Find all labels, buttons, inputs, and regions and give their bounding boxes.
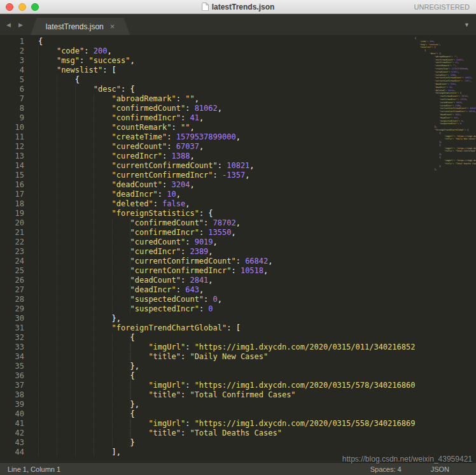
code-line: "curedCount": 9019, bbox=[29, 238, 476, 247]
tab-label: latestTrends.json bbox=[46, 22, 104, 31]
code-line: "curedCount": 67037, bbox=[29, 142, 476, 152]
syntax-selector[interactable]: JSON bbox=[431, 465, 449, 473]
status-right-group: Spaces: 4 JSON bbox=[370, 465, 476, 473]
line-number: 2 bbox=[0, 46, 29, 56]
close-window-button[interactable] bbox=[6, 3, 13, 11]
line-number: 38 bbox=[0, 390, 29, 400]
line-number: 34 bbox=[0, 352, 29, 362]
code-line: "title": "Total Confirmed Cases" bbox=[29, 390, 476, 400]
line-number: 16 bbox=[0, 180, 29, 190]
line-number: 36 bbox=[0, 371, 29, 381]
tab-bar: ◀ ▶ latestTrends.json × ▼ bbox=[0, 14, 476, 35]
code-line: "title": "Daily New Cases" bbox=[29, 352, 476, 362]
line-number: 19 bbox=[0, 209, 29, 218]
code-line: "title": "Total Deaths Cases" bbox=[29, 429, 476, 438]
line-number: 30 bbox=[0, 314, 29, 323]
code-line: "createTime": 1579537899000, bbox=[29, 132, 476, 142]
line-number: 8 bbox=[0, 104, 29, 113]
line-number: 40 bbox=[0, 409, 29, 419]
line-number: 6 bbox=[0, 85, 29, 94]
line-number: 20 bbox=[0, 218, 29, 228]
titlebar[interactable]: latestTrends.json UNREGISTERED bbox=[0, 0, 476, 14]
line-number: 41 bbox=[0, 419, 29, 429]
line-number-gutter[interactable]: 1234567891011121314151617181920212223242… bbox=[0, 35, 29, 462]
code-line: "confirmedCount": 81062, bbox=[29, 104, 476, 113]
line-number: 35 bbox=[0, 362, 29, 371]
status-bar: Line 1, Column 1 Spaces: 4 JSON bbox=[0, 462, 476, 475]
code-line: "currentConfirmedCount": 10821, bbox=[29, 161, 476, 171]
line-number: 5 bbox=[0, 75, 29, 85]
tab-close-icon[interactable]: × bbox=[110, 22, 115, 31]
code-line: "imgUrl": "https://img1.dxycdn.com/2020/… bbox=[29, 343, 476, 352]
line-number: 17 bbox=[0, 190, 29, 199]
line-number: 26 bbox=[0, 276, 29, 285]
code-line: { bbox=[29, 37, 476, 46]
minimize-window-button[interactable] bbox=[18, 3, 26, 11]
line-number: 43 bbox=[0, 438, 29, 448]
sublime-window: latestTrends.json UNREGISTERED ◀ ▶ lates… bbox=[0, 0, 476, 475]
line-number: 22 bbox=[0, 238, 29, 247]
code-line: { bbox=[29, 75, 476, 85]
code-line: } bbox=[29, 438, 476, 448]
indentation-setting[interactable]: Spaces: 4 bbox=[370, 465, 402, 473]
code-line: }, bbox=[29, 362, 476, 371]
code-line: "currentConfirmedIncr": 10518, bbox=[29, 266, 476, 276]
code-line: "abroadRemark": "", bbox=[29, 94, 476, 104]
line-number: 21 bbox=[0, 228, 29, 238]
code-line: "imgUrl": "https://img1.dxycdn.com/2020/… bbox=[29, 381, 476, 390]
line-number: 15 bbox=[0, 171, 29, 180]
code-line: "countRemark": "", bbox=[29, 123, 476, 132]
line-number: 28 bbox=[0, 295, 29, 304]
registration-status: UNREGISTERED bbox=[414, 3, 470, 11]
traffic-lights bbox=[0, 3, 39, 11]
line-number: 32 bbox=[0, 333, 29, 343]
line-number: 1 bbox=[0, 37, 29, 46]
tab-latesttrends-json[interactable]: latestTrends.json × bbox=[31, 18, 130, 35]
history-forward-icon[interactable]: ▶ bbox=[18, 22, 23, 28]
code-area[interactable]: { "code": 200, "msg": "success", "newsli… bbox=[29, 35, 476, 462]
line-number: 24 bbox=[0, 257, 29, 266]
minimap[interactable]: { "code": 200, "msg": "success", "newsli… bbox=[415, 35, 476, 462]
line-number: 25 bbox=[0, 266, 29, 276]
code-line: ], bbox=[29, 448, 476, 457]
line-number: 23 bbox=[0, 247, 29, 257]
window-title-group: latestTrends.json bbox=[0, 0, 476, 13]
history-nav: ◀ ▶ bbox=[0, 14, 31, 35]
line-number: 7 bbox=[0, 94, 29, 104]
line-number: 14 bbox=[0, 161, 29, 171]
code-line: "currentConfirmedCount": 66842, bbox=[29, 257, 476, 266]
line-number: 39 bbox=[0, 400, 29, 409]
code-line: "confirmedIncr": 41, bbox=[29, 113, 476, 123]
line-number: 3 bbox=[0, 56, 29, 66]
line-number: 10 bbox=[0, 123, 29, 132]
code-line: { bbox=[29, 371, 476, 381]
code-line: { bbox=[29, 409, 476, 419]
code-line: }, bbox=[29, 400, 476, 409]
code-line: "curedIncr": 1388, bbox=[29, 152, 476, 161]
line-number: 4 bbox=[0, 66, 29, 75]
line-number: 42 bbox=[0, 429, 29, 438]
code-line: "deadIncr": 643, bbox=[29, 285, 476, 295]
window-title: latestTrends.json bbox=[212, 3, 275, 11]
line-number: 11 bbox=[0, 132, 29, 142]
history-back-icon[interactable]: ◀ bbox=[6, 22, 11, 28]
code-line: "newslist": [ bbox=[29, 66, 476, 75]
code-line: "deadCount": 3204, bbox=[29, 180, 476, 190]
code-line: "foreignStatistics": { bbox=[29, 209, 476, 218]
zoom-window-button[interactable] bbox=[31, 3, 39, 11]
code-line: "msg": "success", bbox=[29, 56, 476, 66]
code-line: "suspectedIncr": 0 bbox=[29, 304, 476, 314]
code-line: }, bbox=[29, 314, 476, 323]
line-number: 18 bbox=[0, 199, 29, 209]
code-line: "foreignTrendChartGlobal": [ bbox=[29, 323, 476, 333]
line-number: 44 bbox=[0, 448, 29, 457]
line-number: 27 bbox=[0, 285, 29, 295]
tab-overflow-menu-icon[interactable]: ▼ bbox=[464, 22, 476, 28]
code-line: "deadCount": 2841, bbox=[29, 276, 476, 285]
line-number: 37 bbox=[0, 381, 29, 390]
code-line: "currentConfirmedIncr": -1357, bbox=[29, 171, 476, 180]
caret-position[interactable]: Line 1, Column 1 bbox=[0, 465, 60, 473]
document-icon bbox=[202, 3, 209, 11]
code-line: "confirmedIncr": 13550, bbox=[29, 228, 476, 238]
code-line: "desc": { bbox=[29, 85, 476, 94]
